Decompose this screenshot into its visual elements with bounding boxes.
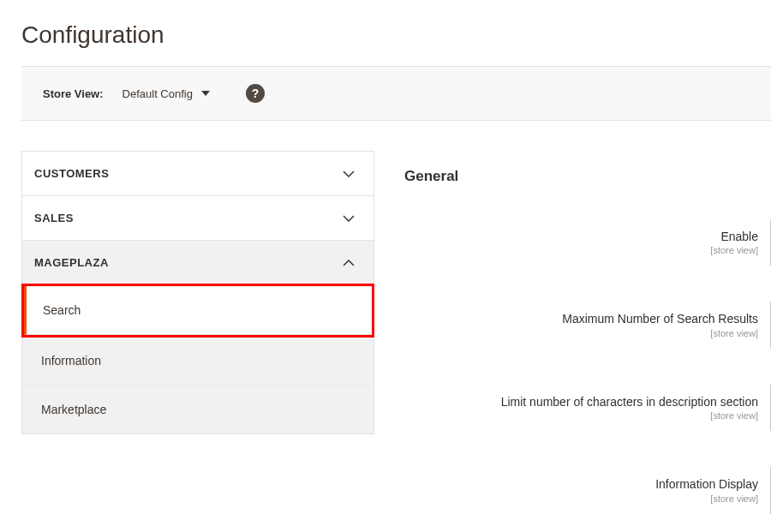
field-row-info-display: Information Display [store view]: [404, 467, 771, 513]
field-row-enable: Enable [store view]: [404, 219, 771, 266]
sidebar-section-customers[interactable]: Customers: [21, 151, 374, 195]
sidebar-sublist-mageplaza: Search Information Marketplace: [21, 284, 374, 434]
field-label: Maximum Number of Search Results: [404, 311, 758, 326]
field-scope: [store view]: [404, 244, 758, 256]
sidebar-section-mageplaza[interactable]: Mageplaza: [21, 240, 374, 284]
sidebar-item-search[interactable]: Search: [24, 286, 372, 335]
highlight-box: Search: [21, 284, 374, 338]
sidebar-item-marketplace[interactable]: Marketplace: [22, 386, 374, 433]
help-icon[interactable]: ?: [246, 84, 265, 103]
sidebar-item-information[interactable]: Information: [22, 337, 374, 386]
store-view-bar: Store View: Default Config ?: [21, 66, 771, 121]
field-scope: [store view]: [404, 409, 758, 421]
sidebar-section-label: Customers: [34, 167, 109, 180]
field-scope: [store view]: [404, 327, 758, 339]
chevron-down-icon: [343, 215, 355, 222]
chevron-down-icon: [343, 170, 355, 177]
store-view-selector[interactable]: Default Config: [123, 87, 210, 100]
config-sidebar: Customers Sales Mageplaza Search Informa…: [21, 151, 374, 514]
sidebar-section-sales[interactable]: Sales: [21, 195, 374, 240]
field-row-max-results: Maximum Number of Search Results [store …: [404, 302, 771, 348]
store-view-value: Default Config: [123, 87, 193, 100]
field-label: Enable: [404, 229, 758, 244]
field-label: Limit number of characters in descriptio…: [404, 394, 758, 409]
triangle-down-icon: [201, 91, 210, 96]
field-scope: [store view]: [404, 493, 758, 505]
sidebar-section-label: Sales: [34, 212, 74, 224]
section-heading-general[interactable]: General: [404, 151, 771, 219]
field-label: Information Display: [404, 476, 758, 492]
sidebar-section-label: Mageplaza: [34, 256, 109, 269]
page-title: Configuration: [0, 0, 771, 66]
chevron-up-icon: [343, 260, 355, 266]
field-row-limit-chars: Limit number of characters in descriptio…: [404, 385, 771, 431]
store-view-label: Store View:: [43, 87, 104, 100]
main-panel: General Enable [store view] Maximum Numb…: [374, 151, 771, 514]
